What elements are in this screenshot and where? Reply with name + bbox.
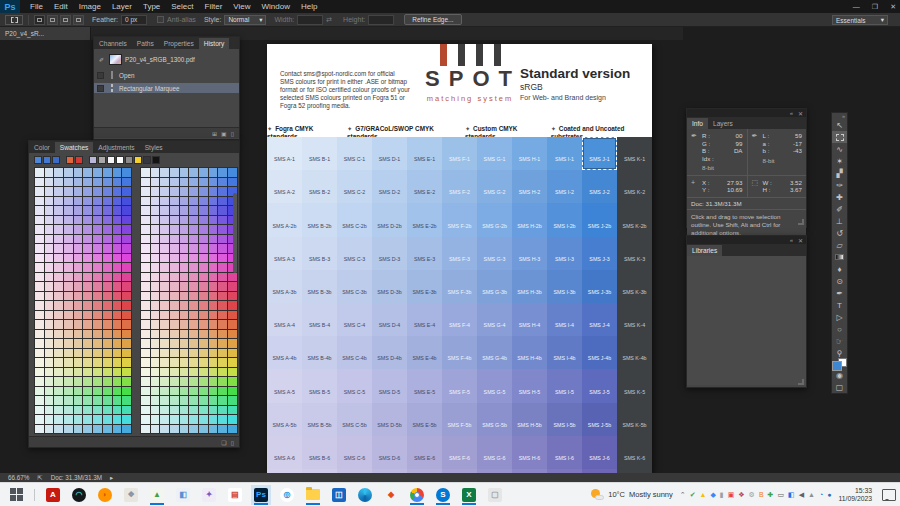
swatch[interactable]	[113, 235, 122, 244]
swatch[interactable]	[122, 396, 131, 405]
swatch[interactable]	[209, 349, 218, 358]
swatch[interactable]	[83, 168, 92, 177]
swatch-cell-e-3[interactable]: SMS E-3	[407, 237, 442, 270]
swatch[interactable]	[189, 187, 198, 196]
swatch[interactable]	[160, 368, 169, 377]
swatch[interactable]	[74, 235, 83, 244]
swatch-cell-c-3[interactable]: SMS C-3	[337, 237, 372, 270]
swatch[interactable]	[228, 301, 237, 310]
swatch[interactable]	[74, 425, 83, 434]
swatch[interactable]	[160, 387, 169, 396]
swatch-cell-i-1[interactable]: SMS I-1	[547, 137, 582, 170]
swatch[interactable]	[64, 168, 73, 177]
swatch[interactable]	[151, 320, 160, 329]
swatch[interactable]	[170, 282, 179, 291]
swatch[interactable]	[93, 292, 102, 301]
menu-select[interactable]: Select	[171, 2, 193, 11]
swatch[interactable]	[45, 187, 54, 196]
swatch-cell-b-2[interactable]: SMS B-2	[302, 170, 337, 203]
swatch[interactable]	[74, 263, 83, 272]
tab-styles[interactable]: Styles	[140, 142, 168, 153]
swatch[interactable]	[74, 254, 83, 263]
swatch[interactable]	[151, 197, 160, 206]
swatch[interactable]	[45, 292, 54, 301]
swatch[interactable]	[103, 282, 112, 291]
swatch[interactable]	[45, 339, 54, 348]
swatch[interactable]	[160, 339, 169, 348]
hand-tool[interactable]: ☞	[832, 335, 847, 347]
swatch[interactable]	[103, 349, 112, 358]
swatch[interactable]	[54, 301, 63, 310]
swatch-cell-k-1[interactable]: SMS K-1	[617, 137, 652, 170]
swatch[interactable]	[189, 206, 198, 215]
history-source-checkbox[interactable]	[97, 72, 104, 79]
swatch[interactable]	[160, 178, 169, 187]
swatch[interactable]	[170, 349, 179, 358]
swatch-cell-e-4[interactable]: SMS E-4	[407, 303, 442, 336]
swatch[interactable]	[199, 197, 208, 206]
swatch[interactable]	[64, 282, 73, 291]
eraser-tool[interactable]: ▱	[832, 239, 847, 251]
swatch[interactable]	[160, 206, 169, 215]
swatch[interactable]	[93, 225, 102, 234]
swatch[interactable]	[103, 263, 112, 272]
menu-filter[interactable]: Filter	[205, 2, 223, 11]
swatch[interactable]	[189, 311, 198, 320]
swatch[interactable]	[54, 168, 63, 177]
swatch[interactable]	[160, 187, 169, 196]
swatch[interactable]	[170, 273, 179, 282]
swatch[interactable]	[152, 156, 160, 164]
swatch[interactable]	[122, 206, 131, 215]
swatch[interactable]	[54, 254, 63, 263]
swatch[interactable]	[170, 425, 179, 434]
swatch[interactable]	[113, 254, 122, 263]
swatch[interactable]	[83, 187, 92, 196]
swatch[interactable]	[66, 156, 74, 164]
swatch[interactable]	[151, 235, 160, 244]
swatch[interactable]	[199, 187, 208, 196]
swatch[interactable]	[103, 244, 112, 253]
swatch[interactable]	[160, 330, 169, 339]
swatch[interactable]	[189, 235, 198, 244]
swatch-cell-c-2b[interactable]: SMS C-2b	[337, 203, 372, 236]
swatch[interactable]	[122, 425, 131, 434]
swatch[interactable]	[199, 282, 208, 291]
swatch[interactable]	[122, 292, 131, 301]
swatch[interactable]	[189, 425, 198, 434]
swatch[interactable]	[151, 206, 160, 215]
swatch[interactable]	[35, 368, 44, 377]
swatch[interactable]	[113, 396, 122, 405]
swatch[interactable]	[209, 292, 218, 301]
swatch[interactable]	[228, 330, 237, 339]
swatch-cell-b-4b[interactable]: SMS B-4b	[302, 336, 337, 369]
swatch[interactable]	[180, 368, 189, 377]
swatch[interactable]	[180, 387, 189, 396]
swatch[interactable]	[209, 244, 218, 253]
swatch[interactable]	[218, 273, 227, 282]
swatch[interactable]	[64, 387, 73, 396]
swatch[interactable]	[64, 301, 73, 310]
swatch[interactable]	[151, 216, 160, 225]
swatch[interactable]	[54, 225, 63, 234]
swatch[interactable]	[64, 330, 73, 339]
magic-wand-tool[interactable]: ✶	[832, 155, 847, 167]
swatch[interactable]	[45, 282, 54, 291]
menu-view[interactable]: View	[233, 2, 250, 11]
swatch[interactable]	[93, 311, 102, 320]
swatch[interactable]	[103, 216, 112, 225]
swatch-cell-g-3[interactable]: SMS G-3	[477, 237, 512, 270]
swatch-cell-j-5[interactable]: SMS J-5	[582, 369, 617, 402]
diamond-app-icon[interactable]: ◆	[381, 485, 401, 505]
swatch[interactable]	[54, 415, 63, 424]
swatch[interactable]	[35, 415, 44, 424]
swatch-cell-c-6[interactable]: SMS C-6	[337, 436, 372, 469]
swatch[interactable]	[151, 387, 160, 396]
swatch[interactable]	[218, 311, 227, 320]
swatch[interactable]	[83, 282, 92, 291]
taskbar-clock[interactable]: 15:33 11/09/2023	[838, 487, 872, 503]
swatch[interactable]	[116, 156, 124, 164]
swatch[interactable]	[113, 311, 122, 320]
swatch[interactable]	[199, 406, 208, 415]
swatch[interactable]	[93, 206, 102, 215]
swatch[interactable]	[141, 358, 150, 367]
